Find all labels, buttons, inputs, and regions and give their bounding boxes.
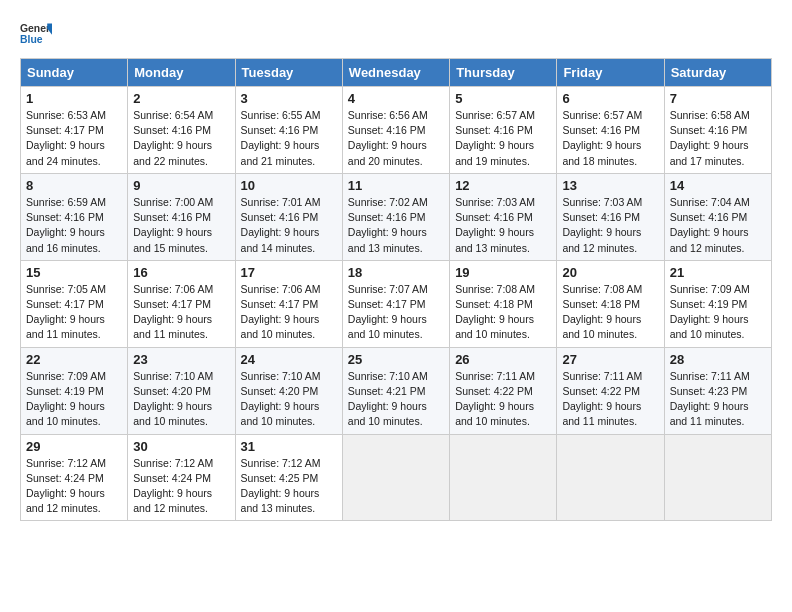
day-info: Sunrise: 7:08 AMSunset: 4:18 PMDaylight:… — [562, 283, 642, 341]
day-info: Sunrise: 7:10 AMSunset: 4:21 PMDaylight:… — [348, 370, 428, 428]
day-info: Sunrise: 7:12 AMSunset: 4:24 PMDaylight:… — [26, 457, 106, 515]
day-info: Sunrise: 7:08 AMSunset: 4:18 PMDaylight:… — [455, 283, 535, 341]
day-number: 31 — [241, 439, 337, 454]
day-number: 3 — [241, 91, 337, 106]
day-number: 6 — [562, 91, 658, 106]
day-number: 15 — [26, 265, 122, 280]
weekday-header-thursday: Thursday — [450, 59, 557, 87]
calendar-week-row: 8 Sunrise: 6:59 AMSunset: 4:16 PMDayligh… — [21, 173, 772, 260]
day-info: Sunrise: 7:11 AMSunset: 4:22 PMDaylight:… — [562, 370, 642, 428]
day-number: 9 — [133, 178, 229, 193]
calendar-cell: 21 Sunrise: 7:09 AMSunset: 4:19 PMDaylig… — [664, 260, 771, 347]
day-number: 24 — [241, 352, 337, 367]
calendar-cell — [557, 434, 664, 521]
calendar-cell: 2 Sunrise: 6:54 AMSunset: 4:16 PMDayligh… — [128, 87, 235, 174]
day-info: Sunrise: 7:07 AMSunset: 4:17 PMDaylight:… — [348, 283, 428, 341]
day-info: Sunrise: 6:53 AMSunset: 4:17 PMDaylight:… — [26, 109, 106, 167]
calendar-week-row: 29 Sunrise: 7:12 AMSunset: 4:24 PMDaylig… — [21, 434, 772, 521]
calendar-cell: 18 Sunrise: 7:07 AMSunset: 4:17 PMDaylig… — [342, 260, 449, 347]
day-info: Sunrise: 7:05 AMSunset: 4:17 PMDaylight:… — [26, 283, 106, 341]
calendar-cell: 29 Sunrise: 7:12 AMSunset: 4:24 PMDaylig… — [21, 434, 128, 521]
calendar-cell: 26 Sunrise: 7:11 AMSunset: 4:22 PMDaylig… — [450, 347, 557, 434]
logo-icon: General Blue — [20, 20, 52, 48]
calendar-cell: 1 Sunrise: 6:53 AMSunset: 4:17 PMDayligh… — [21, 87, 128, 174]
day-number: 27 — [562, 352, 658, 367]
weekday-header-row: SundayMondayTuesdayWednesdayThursdayFrid… — [21, 59, 772, 87]
day-number: 5 — [455, 91, 551, 106]
calendar-cell: 27 Sunrise: 7:11 AMSunset: 4:22 PMDaylig… — [557, 347, 664, 434]
calendar-cell: 6 Sunrise: 6:57 AMSunset: 4:16 PMDayligh… — [557, 87, 664, 174]
calendar-table: SundayMondayTuesdayWednesdayThursdayFrid… — [20, 58, 772, 521]
day-number: 8 — [26, 178, 122, 193]
calendar-cell: 14 Sunrise: 7:04 AMSunset: 4:16 PMDaylig… — [664, 173, 771, 260]
day-number: 29 — [26, 439, 122, 454]
weekday-header-monday: Monday — [128, 59, 235, 87]
day-number: 4 — [348, 91, 444, 106]
day-info: Sunrise: 7:06 AMSunset: 4:17 PMDaylight:… — [241, 283, 321, 341]
header: General Blue — [20, 20, 772, 48]
calendar-cell: 28 Sunrise: 7:11 AMSunset: 4:23 PMDaylig… — [664, 347, 771, 434]
day-number: 28 — [670, 352, 766, 367]
day-number: 20 — [562, 265, 658, 280]
calendar-week-row: 1 Sunrise: 6:53 AMSunset: 4:17 PMDayligh… — [21, 87, 772, 174]
day-info: Sunrise: 6:55 AMSunset: 4:16 PMDaylight:… — [241, 109, 321, 167]
calendar-cell: 24 Sunrise: 7:10 AMSunset: 4:20 PMDaylig… — [235, 347, 342, 434]
weekday-header-sunday: Sunday — [21, 59, 128, 87]
calendar-cell: 13 Sunrise: 7:03 AMSunset: 4:16 PMDaylig… — [557, 173, 664, 260]
day-info: Sunrise: 6:56 AMSunset: 4:16 PMDaylight:… — [348, 109, 428, 167]
calendar-cell: 16 Sunrise: 7:06 AMSunset: 4:17 PMDaylig… — [128, 260, 235, 347]
calendar-cell: 22 Sunrise: 7:09 AMSunset: 4:19 PMDaylig… — [21, 347, 128, 434]
weekday-header-friday: Friday — [557, 59, 664, 87]
weekday-header-wednesday: Wednesday — [342, 59, 449, 87]
calendar-cell: 4 Sunrise: 6:56 AMSunset: 4:16 PMDayligh… — [342, 87, 449, 174]
day-info: Sunrise: 6:57 AMSunset: 4:16 PMDaylight:… — [455, 109, 535, 167]
calendar-cell: 8 Sunrise: 6:59 AMSunset: 4:16 PMDayligh… — [21, 173, 128, 260]
calendar-cell: 9 Sunrise: 7:00 AMSunset: 4:16 PMDayligh… — [128, 173, 235, 260]
day-info: Sunrise: 7:06 AMSunset: 4:17 PMDaylight:… — [133, 283, 213, 341]
day-number: 19 — [455, 265, 551, 280]
logo: General Blue — [20, 20, 56, 48]
day-number: 2 — [133, 91, 229, 106]
day-number: 14 — [670, 178, 766, 193]
calendar-cell: 23 Sunrise: 7:10 AMSunset: 4:20 PMDaylig… — [128, 347, 235, 434]
calendar-week-row: 22 Sunrise: 7:09 AMSunset: 4:19 PMDaylig… — [21, 347, 772, 434]
calendar-cell: 17 Sunrise: 7:06 AMSunset: 4:17 PMDaylig… — [235, 260, 342, 347]
day-info: Sunrise: 7:00 AMSunset: 4:16 PMDaylight:… — [133, 196, 213, 254]
day-info: Sunrise: 7:12 AMSunset: 4:25 PMDaylight:… — [241, 457, 321, 515]
day-number: 25 — [348, 352, 444, 367]
calendar-cell: 20 Sunrise: 7:08 AMSunset: 4:18 PMDaylig… — [557, 260, 664, 347]
day-info: Sunrise: 7:09 AMSunset: 4:19 PMDaylight:… — [26, 370, 106, 428]
day-number: 16 — [133, 265, 229, 280]
day-info: Sunrise: 7:10 AMSunset: 4:20 PMDaylight:… — [241, 370, 321, 428]
calendar-cell: 31 Sunrise: 7:12 AMSunset: 4:25 PMDaylig… — [235, 434, 342, 521]
day-info: Sunrise: 6:57 AMSunset: 4:16 PMDaylight:… — [562, 109, 642, 167]
day-number: 22 — [26, 352, 122, 367]
calendar-cell: 15 Sunrise: 7:05 AMSunset: 4:17 PMDaylig… — [21, 260, 128, 347]
calendar-cell: 7 Sunrise: 6:58 AMSunset: 4:16 PMDayligh… — [664, 87, 771, 174]
day-number: 30 — [133, 439, 229, 454]
day-number: 26 — [455, 352, 551, 367]
calendar-cell — [450, 434, 557, 521]
day-info: Sunrise: 7:09 AMSunset: 4:19 PMDaylight:… — [670, 283, 750, 341]
day-number: 1 — [26, 91, 122, 106]
day-number: 12 — [455, 178, 551, 193]
day-number: 10 — [241, 178, 337, 193]
calendar-cell: 10 Sunrise: 7:01 AMSunset: 4:16 PMDaylig… — [235, 173, 342, 260]
day-info: Sunrise: 6:58 AMSunset: 4:16 PMDaylight:… — [670, 109, 750, 167]
calendar-cell: 3 Sunrise: 6:55 AMSunset: 4:16 PMDayligh… — [235, 87, 342, 174]
day-info: Sunrise: 7:02 AMSunset: 4:16 PMDaylight:… — [348, 196, 428, 254]
day-info: Sunrise: 7:04 AMSunset: 4:16 PMDaylight:… — [670, 196, 750, 254]
calendar-body: 1 Sunrise: 6:53 AMSunset: 4:17 PMDayligh… — [21, 87, 772, 521]
calendar-cell: 30 Sunrise: 7:12 AMSunset: 4:24 PMDaylig… — [128, 434, 235, 521]
calendar-cell — [342, 434, 449, 521]
svg-text:Blue: Blue — [20, 34, 43, 45]
calendar-cell: 19 Sunrise: 7:08 AMSunset: 4:18 PMDaylig… — [450, 260, 557, 347]
calendar-cell: 12 Sunrise: 7:03 AMSunset: 4:16 PMDaylig… — [450, 173, 557, 260]
weekday-header-saturday: Saturday — [664, 59, 771, 87]
calendar-cell: 25 Sunrise: 7:10 AMSunset: 4:21 PMDaylig… — [342, 347, 449, 434]
day-info: Sunrise: 7:01 AMSunset: 4:16 PMDaylight:… — [241, 196, 321, 254]
day-number: 21 — [670, 265, 766, 280]
day-number: 7 — [670, 91, 766, 106]
weekday-header-tuesday: Tuesday — [235, 59, 342, 87]
day-number: 18 — [348, 265, 444, 280]
